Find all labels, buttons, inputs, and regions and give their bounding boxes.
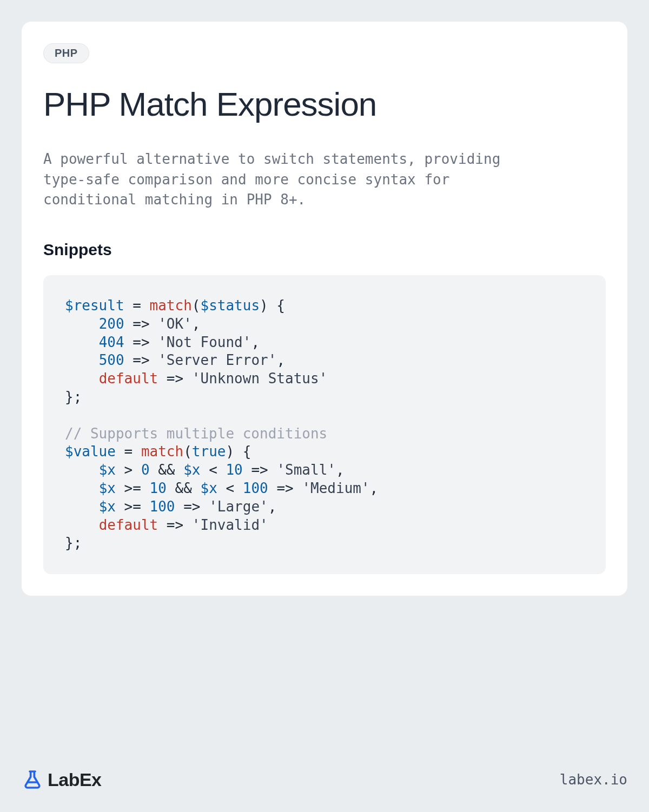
- code-token: ,: [268, 498, 277, 515]
- code-token: &&: [167, 480, 201, 496]
- code-token: (: [183, 443, 192, 460]
- code-token: 'Large': [209, 498, 268, 515]
- code-token: default: [99, 517, 158, 533]
- code-token: [65, 316, 99, 332]
- code-token: [65, 370, 99, 387]
- code-token: // Supports multiple conditions: [65, 425, 327, 442]
- brand-name: LabEx: [48, 769, 102, 790]
- brand: LabEx: [22, 769, 102, 790]
- code-token: >=: [116, 498, 150, 515]
- code-token: $x: [99, 498, 116, 515]
- code-token: [65, 334, 99, 350]
- code-token: 'Server Error': [158, 352, 276, 368]
- code-token: 'Unknown Status': [192, 370, 327, 387]
- code-token: 0: [141, 462, 150, 478]
- code-token: ,: [251, 334, 260, 350]
- code-token: ,: [276, 352, 285, 368]
- code-token: $x: [99, 480, 116, 496]
- code-token: >=: [116, 480, 150, 496]
- code-token: [65, 407, 74, 423]
- code-token: $x: [183, 462, 200, 478]
- code-token: ,: [370, 480, 379, 496]
- code-token: $value: [65, 443, 116, 460]
- flask-icon: [22, 769, 43, 790]
- code-token: 'Invalid': [192, 517, 268, 533]
- code-token: =>: [124, 316, 158, 332]
- code-token: };: [65, 389, 82, 405]
- code-token: <: [217, 480, 243, 496]
- code-token: ,: [192, 316, 201, 332]
- code-token: 'Small': [276, 462, 336, 478]
- code-token: default: [99, 370, 158, 387]
- code-token: 10: [150, 480, 167, 496]
- code-token: =: [124, 297, 150, 314]
- code-token: =>: [124, 352, 158, 368]
- code-token: 'OK': [158, 316, 192, 332]
- code-token: 200: [99, 316, 124, 332]
- code-token: [65, 480, 99, 496]
- code-token: 100: [243, 480, 268, 496]
- page-title: PHP Match Expression: [43, 85, 606, 123]
- site-url: labex.io: [560, 771, 627, 788]
- code-token: true: [192, 443, 226, 460]
- code-token: =>: [124, 334, 158, 350]
- code-snippet: $result = match($status) { 200 => 'OK', …: [43, 275, 606, 574]
- code-token: =: [116, 443, 141, 460]
- code-token: ) {: [260, 297, 285, 314]
- code-token: ) {: [226, 443, 251, 460]
- code-token: [65, 352, 99, 368]
- page-description: A powerful alternative to switch stateme…: [43, 149, 530, 210]
- code-token: match: [141, 443, 183, 460]
- language-badge: PHP: [43, 43, 89, 63]
- code-token: [65, 517, 99, 533]
- footer: LabEx labex.io: [22, 769, 627, 790]
- snippets-heading: Snippets: [43, 241, 606, 259]
- code-token: >: [116, 462, 141, 478]
- code-token: $x: [99, 462, 116, 478]
- code-token: 100: [150, 498, 175, 515]
- code-token: [65, 498, 99, 515]
- code-token: $x: [201, 480, 217, 496]
- code-token: [65, 462, 99, 478]
- code-token: 'Not Found': [158, 334, 251, 350]
- code-token: $status: [200, 297, 260, 314]
- code-token: =>: [175, 498, 209, 515]
- code-token: 404: [99, 334, 124, 350]
- code-token: 'Medium': [302, 480, 369, 496]
- code-token: $result: [65, 297, 124, 314]
- code-token: =>: [158, 370, 192, 387]
- code-token: (: [192, 297, 201, 314]
- code-token: 10: [226, 462, 242, 478]
- code-token: =>: [243, 462, 277, 478]
- content-card: PHP PHP Match Expression A powerful alte…: [22, 22, 627, 596]
- code-token: 500: [99, 352, 124, 368]
- code-token: };: [65, 535, 82, 551]
- code-token: match: [150, 297, 192, 314]
- code-token: =>: [268, 480, 302, 496]
- code-token: &&: [150, 462, 184, 478]
- code-token: ,: [336, 462, 345, 478]
- code-token: <: [201, 462, 226, 478]
- code-token: =>: [158, 517, 192, 533]
